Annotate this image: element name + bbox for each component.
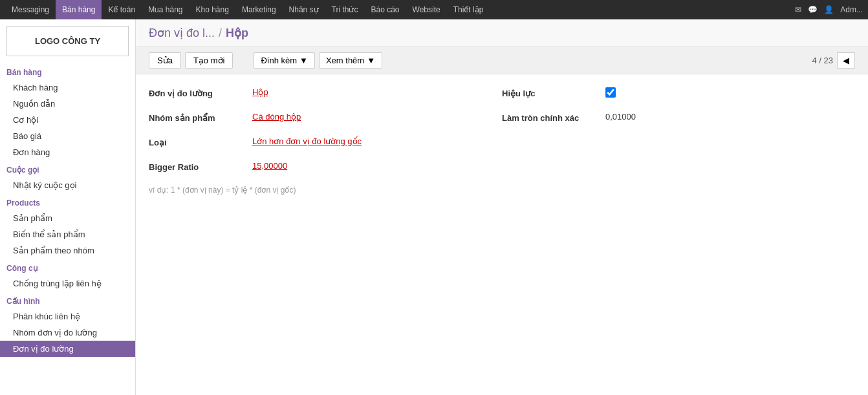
label-hieu-luc: Hiệu lực: [502, 87, 605, 98]
company-logo: LOGO CÔNG TY: [6, 26, 129, 56]
toolbar: Sửa Tạo mới Đính kèm ▼ Xem thêm ▼ 4 / 23…: [136, 47, 868, 74]
value-hieu-luc: [605, 87, 616, 98]
more-button[interactable]: Xem thêm ▼: [319, 52, 382, 69]
nav-messaging[interactable]: Messaging: [5, 0, 56, 19]
value-bigger-ratio: 15,00000: [252, 161, 287, 171]
form-note: ví dụ: 1 * (đơn vị này) = tỷ lệ * (đơn v…: [149, 186, 489, 195]
field-don-vi-do-luong: Đơn vị đo lường Hộp: [149, 87, 489, 105]
nav-counter: 4 / 23: [812, 56, 833, 65]
sidebar-item-nhom-don-vi[interactable]: Nhóm đơn vị đo lường: [0, 325, 135, 341]
attach-button[interactable]: Đính kèm ▼: [254, 52, 315, 69]
chat-icon[interactable]: 💬: [808, 5, 818, 14]
sidebar-section-ban-hang: Bán hàng: [0, 63, 135, 80]
form-right: Hiệu lực Làm tròn chính xác 0,01000: [502, 87, 855, 195]
username: Adm...: [840, 5, 863, 14]
value-nhom: Cá đóng hộp: [252, 112, 301, 122]
sidebar-item-don-hang[interactable]: Đơn hàng: [0, 144, 135, 160]
field-hieu-luc: Hiệu lực: [502, 87, 842, 105]
breadcrumb-separator: /: [219, 27, 222, 40]
form-left: Đơn vị đo lường Hộp Nhóm sản phẩm Cá đón…: [149, 87, 502, 195]
field-nhom-san-pham: Nhóm sản phẩm Cá đóng hộp: [149, 112, 489, 130]
sidebar-item-san-pham-nhom[interactable]: Sản phẩm theo nhóm: [0, 242, 135, 259]
label-loai: Loại: [149, 136, 252, 147]
sidebar-item-chong-trung[interactable]: Chống trùng lặp liên hệ: [0, 275, 135, 292]
sidebar-item-co-hoi[interactable]: Cơ hội: [0, 112, 135, 128]
bigger-ratio-link[interactable]: 15,00000: [252, 161, 287, 171]
more-chevron-icon: ▼: [367, 56, 375, 65]
top-navigation: Messaging Bán hàng Kế toán Mua hàng Kho …: [0, 0, 868, 19]
nav-ke-toan[interactable]: Kế toán: [102, 0, 142, 19]
loai-link[interactable]: Lớn hơn đơn vị đo lường gốc: [252, 136, 362, 146]
sidebar-item-san-pham[interactable]: Sản phẩm: [0, 210, 135, 226]
sidebar-section-cau-hinh: Cấu hình: [0, 292, 135, 308]
sidebar-section-cong-cu: Công cụ: [0, 259, 135, 275]
main-content: Đơn vị đo l... / Hộp Sửa Tạo mới Đính kè…: [136, 19, 868, 395]
don-vi-link[interactable]: Hộp: [252, 87, 268, 97]
nav-website[interactable]: Website: [406, 0, 447, 19]
more-label: Xem thêm: [326, 56, 364, 65]
edit-button[interactable]: Sửa: [149, 52, 181, 69]
sidebar-section-cuoc-goi: Cuộc gọi: [0, 160, 135, 177]
value-don-vi: Hộp: [252, 87, 268, 97]
sidebar-item-bien-the[interactable]: Biến thể sản phẩm: [0, 226, 135, 242]
sidebar-item-don-vi-do-luong[interactable]: Đơn vị đo lường: [0, 341, 135, 357]
form-grid: Đơn vị đo lường Hộp Nhóm sản phẩm Cá đón…: [149, 87, 855, 195]
toolbar-right: 4 / 23 ◀: [812, 52, 855, 69]
attach-chevron-icon: ▼: [299, 56, 308, 65]
form-area: Đơn vị đo lường Hộp Nhóm sản phẩm Cá đón…: [136, 74, 868, 395]
sidebar-item-bao-gia[interactable]: Báo giá: [0, 128, 135, 144]
nav-nhan-su[interactable]: Nhân sự: [283, 0, 325, 19]
mail-icon[interactable]: ✉: [795, 5, 801, 14]
label-bigger-ratio: Bigger Ratio: [149, 161, 252, 172]
nhom-link[interactable]: Cá đóng hộp: [252, 112, 301, 122]
title-bar: Đơn vị đo l... / Hộp: [136, 19, 868, 47]
field-lam-tron: Làm tròn chính xác 0,01000: [502, 112, 842, 130]
field-bigger-ratio: Bigger Ratio 15,00000: [149, 161, 489, 179]
field-loai: Loại Lớn hơn đơn vị đo lường gốc: [149, 136, 489, 155]
nav-kho-hang[interactable]: Kho hàng: [190, 0, 235, 19]
create-button[interactable]: Tạo mới: [185, 52, 233, 69]
label-lam-tron: Làm tròn chính xác: [502, 112, 605, 123]
sidebar-item-phan-khuc[interactable]: Phân khúc liên hệ: [0, 308, 135, 325]
nav-marketing[interactable]: Marketing: [235, 0, 283, 19]
label-don-vi: Đơn vị đo lường: [149, 87, 252, 98]
sidebar-item-khach-hang[interactable]: Khách hàng: [0, 80, 135, 96]
sidebar-section-products: Products: [0, 193, 135, 210]
nav-mua-hang[interactable]: Mua hàng: [142, 0, 189, 19]
sidebar: LOGO CÔNG TY Bán hàng Khách hàng Nguồn d…: [0, 19, 136, 395]
value-loai: Lớn hơn đơn vị đo lường gốc: [252, 136, 362, 146]
value-lam-tron: 0,01000: [605, 112, 636, 122]
breadcrumb-parent[interactable]: Đơn vị đo l...: [149, 26, 215, 40]
sidebar-item-nhat-ky[interactable]: Nhật ký cuộc gọi: [0, 177, 135, 193]
nav-bao-cao[interactable]: Báo cáo: [365, 0, 406, 19]
breadcrumb-current: Hộp: [226, 26, 248, 40]
top-nav-right: ✉ 💬 👤 Adm...: [795, 5, 863, 14]
nav-thiet-lap[interactable]: Thiết lập: [447, 0, 490, 19]
hieu-luc-checkbox[interactable]: [605, 87, 616, 98]
sidebar-item-nguon-dan[interactable]: Nguồn dẫn: [0, 96, 135, 112]
nav-tri-thuc[interactable]: Tri thức: [325, 0, 365, 19]
attach-label: Đính kèm: [261, 56, 297, 65]
label-nhom: Nhóm sản phẩm: [149, 112, 252, 123]
nav-ban-hang[interactable]: Bán hàng: [56, 0, 102, 19]
nav-prev-button[interactable]: ◀: [837, 52, 855, 69]
user-icon[interactable]: 👤: [824, 5, 834, 14]
